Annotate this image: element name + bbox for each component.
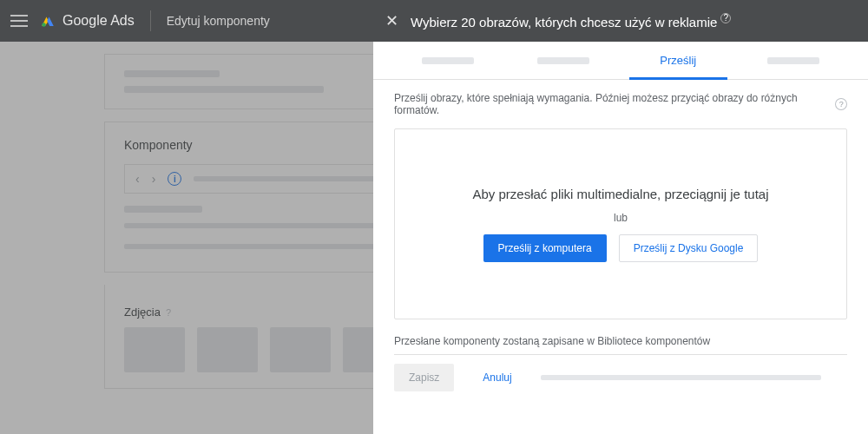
divider [150,10,151,31]
modal-scrim [0,42,373,434]
panel-footer: Zapisz Anuluj [394,354,847,400]
upload-from-drive-button[interactable]: Prześlij z Dysku Google [619,234,759,262]
brand-name: Google Ads [62,13,135,29]
tab-placeholder-2[interactable] [506,42,621,79]
google-ads-logo-icon [40,13,56,29]
cancel-button[interactable]: Anuluj [468,364,526,391]
upload-dropzone[interactable]: Aby przesłać pliki multimedialne, przeci… [394,128,847,319]
save-button: Zapisz [394,364,454,391]
image-picker-panel: ✕ Wybierz 20 obrazów, których chcesz uży… [373,0,868,434]
upload-from-computer-button[interactable]: Prześlij z komputera [483,234,607,262]
menu-icon[interactable] [10,15,28,27]
source-tabs: Prześlij [373,42,868,80]
dropzone-or: lub [614,212,628,224]
svg-point-0 [42,23,46,27]
dropzone-text: Aby przesłać pliki multimedialne, przeci… [473,187,769,201]
library-save-note: Przesłane komponenty zostaną zapisane w … [394,335,847,347]
tab-placeholder-3[interactable] [736,42,852,79]
panel-title: Wybierz 20 obrazów, których chcesz użyć … [411,13,731,30]
tab-upload[interactable]: Prześlij [621,42,736,79]
tab-placeholder-1[interactable] [391,42,506,79]
breadcrumb: Edytuj komponenty [167,14,270,28]
help-icon[interactable]: ? [720,13,731,23]
help-icon[interactable]: ? [835,98,847,110]
close-icon[interactable]: ✕ [385,11,398,30]
upload-hint: Prześlij obrazy, które spełniają wymagan… [394,92,835,116]
panel-header: ✕ Wybierz 20 obrazów, których chcesz uży… [373,0,868,42]
